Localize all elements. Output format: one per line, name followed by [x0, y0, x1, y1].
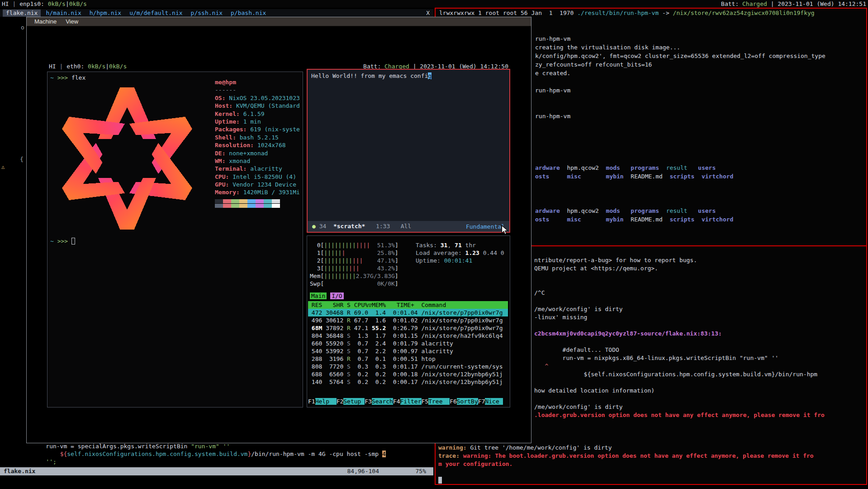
tab-main-nix[interactable]: h/main.nix: [43, 10, 84, 17]
menu-view[interactable]: View: [62, 18, 82, 25]
text-line: HI | enp1s0: 0kB/s|0kB/s: [2, 0, 87, 8]
editor-buffer[interactable]: run-vm = specialArgs.pkgs.writeScriptBin…: [32, 442, 432, 465]
text-line: Swp[ 0K/0K]: [310, 280, 398, 288]
text-line: Uptime: 00:01:41: [416, 257, 504, 264]
palette-swatch: [256, 199, 264, 203]
text-line: Main I/O: [310, 292, 344, 300]
text-line: 540 53992 S 0.7 2.2 0:00.97 alacritty: [308, 347, 508, 355]
editor-tabbar: flake.nix h/main.nix h/hpm.nix u/m/defau…: [0, 9, 433, 17]
text-line: ~ >>> flex: [50, 74, 85, 82]
text-line: m your configuration.: [438, 460, 866, 468]
htop-screen-tabs[interactable]: Main I/O: [310, 292, 344, 300]
emacs-modeline-left: ● 34 *scratch* 1:33 All: [312, 221, 411, 232]
text-line: Batt: Charged | 2023-11-01 (Wed) 14:12:5…: [721, 0, 866, 8]
host-network-status: HI | enp1s0: 0kB/s|0kB/s: [2, 0, 87, 8]
text-line: warning: Git tree '/home/me/work/config'…: [438, 444, 866, 452]
text-line: ~ >>>: [50, 237, 75, 245]
mouse-cursor: [500, 225, 509, 235]
text-line: HI | eth0: 0kB/s|0kB/s: [49, 62, 127, 71]
guest-display[interactable]: HI | eth0: 0kB/s|0kB/s Batt: Charged | 2…: [47, 62, 510, 410]
host-status-bar: HI | enp1s0: 0kB/s|0kB/s Batt: Charged |…: [0, 0, 868, 8]
htop-function-key-bar[interactable]: F1Help F2Setup F3SearchF4FilterF5Tree F6…: [308, 398, 503, 405]
text-line: ● 34 *scratch* 1:33 All: [312, 221, 411, 232]
tab-bash-nix[interactable]: p/bash.nix: [228, 10, 269, 17]
text-line: Kernel: 6.1.59: [215, 110, 301, 118]
text-line: ${self.nixosConfigurations.hpm.config.sy…: [32, 450, 432, 458]
text-line: trace: warning: The boot.loader.grub.ver…: [438, 452, 866, 460]
palette-swatch: [239, 204, 247, 208]
htop-cpu-memory-meters: 0[||||||||||||| 51.3%] 1[|||||| 25.8%] 2…: [310, 241, 398, 288]
text-line: Resolution: 1024x768: [215, 141, 301, 149]
tab-ssh-nix[interactable]: p/ssh.nix: [188, 10, 226, 17]
text-line: Packages: 619 (nix-syste: [215, 125, 301, 133]
text-line: GPU: Vendor 1234 Device: [215, 181, 301, 188]
palette-swatch: [239, 199, 247, 203]
guest-fetch-terminal[interactable]: ~ >>> flex: [47, 72, 303, 408]
text-line: run-vm = specialArgs.pkgs.writeScriptBin…: [32, 442, 432, 450]
tab-default-nix[interactable]: u/m/default.nix: [126, 10, 185, 17]
text-line: RES SHR S CPU%▽MEM% TIME+ Command: [308, 301, 508, 309]
emacs-modeline: ● 34 *scratch* 1:33 All Fundamental: [308, 221, 509, 232]
text-line: 288 3196 R 0.7 0.1 0:00.51 htop: [308, 355, 508, 363]
text-line: 808 7720 S 0.3 0.3 0:01.17 /run/current-…: [308, 363, 508, 370]
palette-swatch: [247, 204, 256, 208]
text-line: 496 30612 R 67.7 1.6 0:01.02 /nix/store/…: [308, 316, 508, 324]
palette-swatch: [256, 204, 264, 208]
emacs-major-mode: Fundamental: [466, 223, 505, 230]
shell-prompt: ~ >>> flex: [50, 74, 85, 82]
htop-tasks-load-uptime: Tasks: 31, 71 thrLoad average: 1.23 0.44…: [416, 241, 504, 264]
text-line: Load average: 1.23 0.44 0: [416, 249, 504, 257]
text-line: lrwxrwxrwx 1 root root 56 Jan 1 1970 ./r…: [439, 9, 866, 17]
host-battery-clock: Batt: Charged | 2023-11-01 (Wed) 14:12:5…: [721, 0, 866, 8]
terminal-color-palette-bright: [215, 204, 280, 208]
editor-text-fragment: {: [20, 156, 24, 163]
text-line: CPU: Intel i5-8250U (4): [215, 173, 301, 181]
qemu-menubar: Machine View: [27, 17, 531, 26]
palette-swatch: [272, 204, 280, 208]
menu-machine[interactable]: Machine: [30, 18, 61, 25]
text-line: Hello World!! from my emacs config: [311, 72, 432, 80]
palette-swatch: [215, 199, 223, 203]
statusline-filename: flake.nix: [4, 467, 35, 475]
palette-swatch: [231, 199, 239, 203]
text-line: 804 36848 S 1.3 1.7 0:01.15 /nix/store/h…: [308, 332, 508, 340]
text-line: [438, 476, 866, 484]
text-line: Shell: bash 5.2.15: [215, 134, 301, 141]
statusline-cursor-position: 84,96-104: [347, 467, 379, 475]
text-line: Terminal: alacritty: [215, 165, 301, 173]
tab-hpm-nix[interactable]: h/hpm.nix: [86, 10, 124, 17]
palette-swatch: [223, 204, 231, 208]
terminal-color-palette: [215, 199, 280, 203]
text-line: 0[||||||||||||| 51.3%]: [310, 241, 398, 249]
palette-swatch: [272, 199, 280, 203]
guest-emacs-window[interactable]: Hello World!! from my emacs config ● 34 …: [307, 69, 510, 233]
tab-close-button[interactable]: X: [426, 10, 430, 16]
palette-swatch: [247, 199, 256, 203]
qemu-vm-window[interactable]: Machine View HI | eth0: 0kB/s|0kB/s Batt…: [26, 17, 531, 443]
text-line: 1[|||||| 25.8%]: [310, 249, 398, 257]
text-line: [438, 468, 866, 476]
text-line: 68M 37892 R 47.1 55.2 0:26.79 /nix/store…: [308, 324, 508, 332]
emacs-buffer-text: Hello World!! from my emacs config: [311, 72, 432, 80]
nixos-logo: [51, 83, 203, 232]
text-line: Tasks: 31, 71 thr: [416, 241, 504, 249]
text-line: 660 55920 S 0.7 2.4 0:01.79 alacritty: [308, 340, 508, 347]
tab-flake-nix[interactable]: flake.nix: [3, 10, 41, 17]
palette-swatch: [264, 204, 272, 208]
statusline-scroll-percent: 75%: [416, 467, 426, 475]
text-line: 2[||||||||||| 47.1%]: [310, 257, 398, 264]
palette-swatch: [215, 204, 223, 208]
htop-process-table[interactable]: RES SHR S CPU%▽MEM% TIME+ Command 472 30…: [308, 301, 508, 386]
text-line: OS: NixOS 23.05.20231023: [215, 94, 301, 102]
palette-swatch: [223, 199, 231, 203]
text-line: 3[|||||||||| 43.2%]: [310, 264, 398, 272]
text-line: DE: none+xmonad: [215, 149, 301, 157]
text-line: Uptime: 1 min: [215, 118, 301, 125]
text-line: me@hpm: [215, 78, 301, 86]
editor-text-fragment: o: [21, 24, 24, 31]
palette-swatch: [231, 204, 239, 208]
guest-network-status: HI | eth0: 0kB/s|0kB/s: [49, 62, 127, 71]
text-line: 688 6560 S 0.2 0.2 0:00.18 /nix/store/12…: [308, 370, 508, 378]
text-line: Mem[|||||||||2.37G/3.83G]: [310, 272, 398, 280]
guest-htop-window[interactable]: 0[||||||||||||| 51.3%] 1[|||||| 25.8%] 2…: [307, 235, 510, 408]
